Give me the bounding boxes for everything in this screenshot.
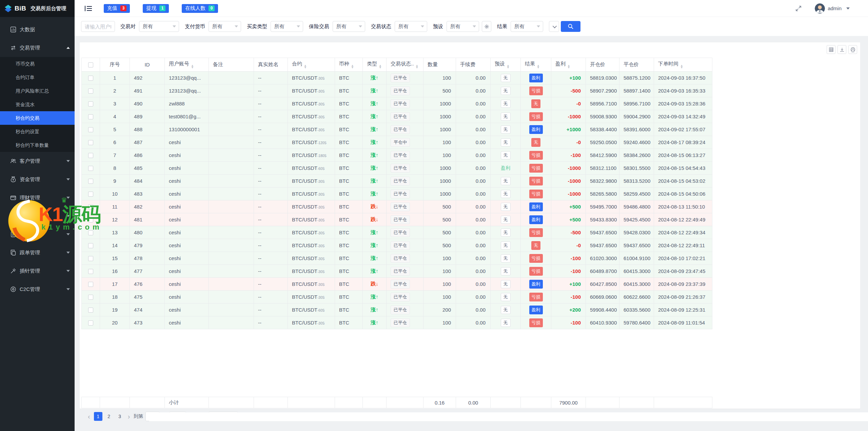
filter-select-result[interactable]: 所有 <box>511 21 543 32</box>
col-header[interactable]: 币种▲▼ <box>335 58 363 72</box>
recharge-button[interactable]: 充值3 <box>104 4 130 13</box>
sidebar-item-customer[interactable]: 客户管理 <box>0 152 75 170</box>
expand-filters-button[interactable] <box>549 21 559 32</box>
col-header[interactable]: 平仓价 <box>619 58 654 72</box>
sidebar-item-wealth[interactable]: 理财管理 <box>0 189 75 207</box>
row-checkbox[interactable] <box>88 320 93 326</box>
sidebar-item-pin[interactable]: 插针管理 <box>0 262 75 280</box>
sidebar-subitem[interactable]: 币币交易 <box>0 57 75 71</box>
row-checkbox[interactable] <box>88 295 93 300</box>
columns-grid-button[interactable] <box>827 45 835 54</box>
col-header[interactable]: 真实姓名 <box>254 58 288 72</box>
print-button[interactable] <box>848 45 857 54</box>
sidebar-subitem[interactable]: 秒合约下单数量 <box>0 138 75 152</box>
row-checkbox[interactable] <box>88 114 93 119</box>
row-checkbox[interactable] <box>88 179 93 184</box>
col-header[interactable]: 盈利▲▼ <box>551 58 586 72</box>
online-button[interactable]: 在线人数0 <box>182 4 218 13</box>
col-header[interactable]: 合约▲▼ <box>288 58 335 72</box>
filter-select-currency[interactable]: 所有 <box>209 21 241 32</box>
next-page-icon[interactable]: › <box>126 413 132 420</box>
row-checkbox[interactable] <box>88 76 93 81</box>
row-checkbox[interactable] <box>88 217 93 222</box>
sidebar-subitem[interactable]: 秒合约交易 <box>0 111 75 125</box>
filter-select-pair[interactable]: 所有 <box>139 21 179 32</box>
sidebar-subitem[interactable]: 秒合约设置 <box>0 125 75 138</box>
col-header[interactable]: 交易状态..▲▼ <box>387 58 423 72</box>
row-checkbox[interactable] <box>88 140 93 145</box>
row-checkbox[interactable] <box>88 243 93 248</box>
cell-no: 4 <box>100 110 130 123</box>
row-checkbox[interactable] <box>88 127 93 132</box>
user-menu-chevron-icon[interactable] <box>846 7 850 9</box>
sidebar-subitem[interactable]: 用户风险率汇总 <box>0 84 75 98</box>
page-button-1[interactable]: 1 <box>94 412 102 421</box>
row-checkbox[interactable] <box>88 153 93 158</box>
col-header[interactable]: ID <box>130 58 165 72</box>
col-header[interactable]: 类型▲▼ <box>363 58 387 72</box>
table-row: 16477ceshi--BTC/USDT-30SBTC涨↑已平仓1000.00无… <box>82 265 712 278</box>
sort-icon[interactable]: ▲▼ <box>507 64 510 68</box>
sort-icon[interactable]: ▲▼ <box>415 64 418 68</box>
filter-select-side[interactable]: 所有 <box>271 21 303 32</box>
sidebar-item-news[interactable]: 资讯管理 <box>0 225 75 243</box>
withdraw-button[interactable]: 提现1 <box>143 4 169 13</box>
col-header[interactable]: 预设▲▼ <box>491 58 521 72</box>
search-button[interactable] <box>561 21 580 32</box>
sidebar-item-follow[interactable]: 跟单管理 <box>0 243 75 262</box>
export-button[interactable] <box>837 45 846 54</box>
fullscreen-icon[interactable] <box>795 5 802 12</box>
filter-select-status[interactable]: 所有 <box>395 21 427 32</box>
row-checkbox[interactable] <box>88 269 93 274</box>
preset-settings-button[interactable] <box>482 21 491 32</box>
sidebar-subitem[interactable]: 资金流水 <box>0 98 75 111</box>
col-header[interactable]: 下单时间▲▼ <box>654 58 712 72</box>
cell-account: ceshi <box>165 136 209 149</box>
col-header[interactable]: 结果▲▼ <box>521 58 551 72</box>
user-id-input[interactable] <box>81 21 115 32</box>
sort-icon[interactable]: ▲▼ <box>680 64 683 68</box>
select-all-checkbox[interactable] <box>88 62 93 67</box>
cell-close-price: 59437.6500 <box>619 239 654 252</box>
sidebar-item-bigdata[interactable]: 大数据 <box>0 20 75 39</box>
sidebar-item-c2c[interactable]: C2C管理 <box>0 280 75 298</box>
col-header[interactable]: 开仓价 <box>586 58 619 72</box>
col-header[interactable]: 备注 <box>209 58 254 72</box>
row-checkbox[interactable] <box>88 230 93 235</box>
col-header[interactable]: 用户账号▲▼ <box>165 58 209 72</box>
sort-icon[interactable]: ▲▼ <box>191 64 194 68</box>
sort-icon[interactable]: ▲▼ <box>567 64 570 68</box>
cell-account: ceshi <box>165 265 209 278</box>
row-checkbox[interactable] <box>88 101 93 106</box>
row-checkbox[interactable] <box>88 256 93 261</box>
col-header[interactable]: 手续费 <box>456 58 491 72</box>
sort-icon[interactable]: ▲▼ <box>304 64 307 68</box>
filter-select-insurance[interactable]: 所有 <box>333 21 365 32</box>
col-header[interactable]: 序号 <box>100 58 130 72</box>
prev-page-icon[interactable]: ‹ <box>86 413 92 420</box>
filter-select-preset[interactable]: 所有 <box>447 21 479 32</box>
username[interactable]: admin <box>828 5 842 11</box>
sort-icon[interactable]: ▲▼ <box>351 64 354 68</box>
sort-icon[interactable]: ▲▼ <box>379 64 382 68</box>
row-checkbox[interactable] <box>88 192 93 197</box>
row-checkbox[interactable] <box>88 308 93 313</box>
row-checkbox[interactable] <box>88 204 93 210</box>
sidebar-item-funds[interactable]: 资金管理 <box>0 170 75 189</box>
sidebar-subitem[interactable]: 合约订单 <box>0 71 75 84</box>
avatar[interactable] <box>815 3 825 14</box>
sidebar-item-platform[interactable]: 平台设置 <box>0 207 75 225</box>
page-button-3[interactable]: 3 <box>116 412 124 421</box>
col-header[interactable]: 数量 <box>423 58 456 72</box>
row-checkbox[interactable] <box>88 282 93 287</box>
row-checkbox[interactable] <box>88 166 93 171</box>
cell-preset: 无 <box>491 188 521 200</box>
cell-fee: 0.00 <box>456 252 491 265</box>
row-checkbox[interactable] <box>88 89 93 94</box>
cell-remark <box>209 213 254 226</box>
cell-open-price: 61020.3000 <box>586 252 619 265</box>
sort-icon[interactable]: ▲▼ <box>537 64 540 68</box>
sidebar-item-trade[interactable]: 交易管理 <box>0 39 75 57</box>
page-button-2[interactable]: 2 <box>105 412 113 421</box>
menu-collapse-icon[interactable] <box>85 5 92 12</box>
